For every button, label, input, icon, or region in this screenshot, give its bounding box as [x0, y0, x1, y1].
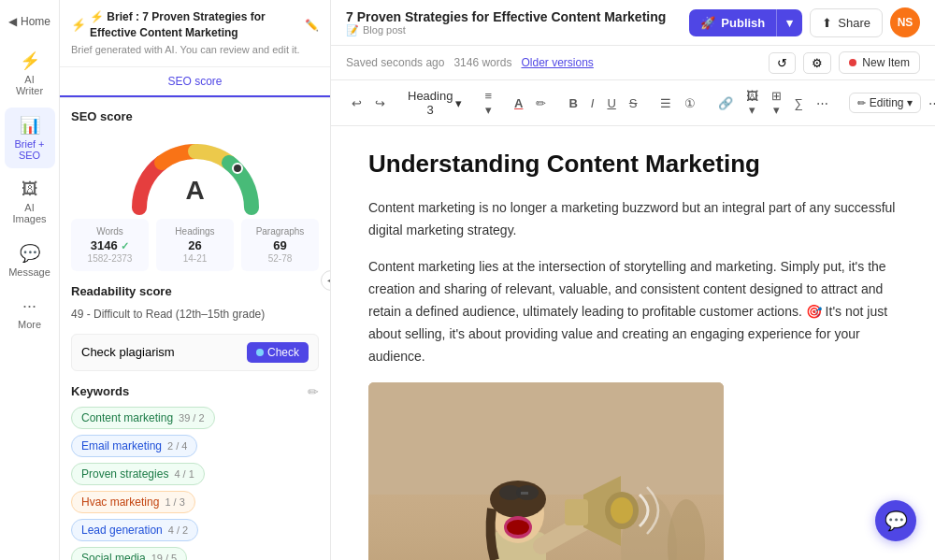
keyword-text: Hvac marketing — [81, 495, 159, 509]
chat-icon: 💬 — [885, 510, 908, 532]
keyword-count: 19 / 5 — [151, 553, 178, 560]
share-icon: ⬆ — [822, 16, 832, 30]
format-bar: ↩ ↪ Heading 3 ▾ ≡ ▾ A ✏ B I U S ☰ ① 🔗 🖼 … — [331, 80, 935, 126]
sidebar-item-label: Message — [8, 266, 50, 278]
document-title: 7 Proven Strategies for Effective Conten… — [346, 9, 666, 24]
publish-dropdown-arrow[interactable]: ▾ — [776, 9, 802, 36]
sidebar-nav: ◀ Home ⚡ AI Writer 📊 Brief + SEO 🖼 AI Im… — [0, 0, 60, 560]
gauge-grade: A — [185, 176, 204, 206]
new-item-button[interactable]: New Item — [839, 51, 920, 74]
check-label: Check — [267, 346, 299, 359]
share-button[interactable]: ⬆ Share — [810, 8, 883, 37]
readability-section: Readability score 49 - Difficult to Read… — [71, 284, 319, 321]
topbar-left: 7 Proven Strategies for Effective Conten… — [346, 9, 666, 36]
stat-words-range: 1582-2373 — [75, 253, 145, 264]
refresh-button[interactable]: ↺ — [769, 52, 796, 74]
panel-header-info: ⚡ ⚡ Brief : 7 Proven Strategies for Effe… — [71, 9, 319, 57]
keyword-text: Proven strategies — [81, 467, 168, 481]
underline-button[interactable]: U — [601, 93, 621, 114]
readability-value: 49 - Difficult to Read (12th–15th grade) — [71, 308, 319, 321]
highlight-button[interactable]: ✏ — [530, 93, 552, 114]
strikethrough-button[interactable]: S — [624, 93, 643, 114]
sidebar-item-more[interactable]: ··· More — [5, 289, 55, 337]
table-button[interactable]: ⊞ ▾ — [766, 85, 787, 121]
keywords-list: Content marketing 39 / 2 Email marketing… — [71, 407, 319, 560]
left-panel: ⚡ ⚡ Brief : 7 Proven Strategies for Effe… — [60, 0, 331, 560]
toolbar-overflow-button[interactable]: ⋯ — [923, 93, 935, 114]
image-button[interactable]: 🖼 ▾ — [741, 85, 764, 121]
gauge-container: A — [71, 133, 319, 208]
chat-bubble-button[interactable]: 💬 — [875, 500, 916, 541]
panel-content: SEO score A — [60, 98, 330, 560]
brief-title: ⚡ ⚡ Brief : 7 Proven Strategies for Effe… — [71, 9, 319, 41]
align-button[interactable]: ≡ ▾ — [479, 85, 497, 121]
redo-button[interactable]: ↪ — [369, 93, 391, 114]
template-icon: 📝 — [346, 24, 359, 36]
brief-edit-icon[interactable]: ✏️ — [305, 19, 319, 32]
content-heading-1: Understanding Content Marketing — [368, 149, 898, 180]
numbered-list-button[interactable]: ① — [679, 93, 701, 114]
sidebar-item-message[interactable]: 💬 Message — [5, 236, 55, 285]
older-versions-link[interactable]: Older versions — [521, 56, 593, 69]
user-avatar: NS — [890, 7, 920, 37]
sidebar-item-ai-writer[interactable]: ⚡ AI Writer — [5, 43, 55, 104]
sidebar-item-ai-images[interactable]: 🖼 AI Images — [5, 172, 55, 232]
keyword-count: 1 / 3 — [165, 496, 184, 508]
stat-paragraphs-label: Paragraphs — [245, 226, 315, 237]
publish-label: Publish — [721, 16, 765, 30]
keyword-text: Content marketing — [81, 411, 173, 424]
brief-title-text: ⚡ Brief : 7 Proven Strategies for Effect… — [90, 9, 301, 41]
list-item: Social media 19 / 5 — [71, 547, 187, 560]
topbar-right: 🚀 Publish ▾ ⬆ Share NS — [689, 7, 920, 37]
stat-paragraphs-value: 69 — [245, 238, 315, 252]
content-image-svg — [368, 382, 724, 560]
link-button[interactable]: 🔗 — [712, 93, 739, 114]
settings-button[interactable]: ⚙ — [803, 52, 831, 74]
italic-button[interactable]: I — [585, 93, 600, 114]
stat-words-value: 3146 ✓ — [75, 238, 145, 252]
publish-rocket-icon: 🚀 — [700, 16, 715, 30]
bold-button[interactable]: B — [563, 93, 583, 114]
readability-title: Readability score — [71, 284, 319, 298]
tab-seo-score[interactable]: SEO score — [60, 67, 330, 97]
formula-button[interactable]: ∑ — [789, 93, 809, 114]
heading-selector[interactable]: Heading 3 ▾ — [402, 86, 468, 120]
home-arrow-icon: ◀ — [8, 15, 17, 28]
list-item: Content marketing 39 / 2 — [71, 407, 215, 429]
editing-chevron-icon: ▾ — [907, 96, 913, 109]
list-item: Lead generation 4 / 2 — [71, 519, 198, 541]
sidebar-item-label: AI Writer — [10, 74, 50, 96]
brief-subtitle: Brief generated with AI. You can review … — [71, 43, 319, 57]
word-count: 3146 words — [453, 56, 511, 69]
home-label: Home — [21, 15, 50, 28]
svg-rect-14 — [565, 499, 588, 525]
new-item-label: New Item — [862, 56, 910, 69]
svg-point-13 — [507, 520, 529, 535]
keyword-count: 39 / 2 — [179, 412, 205, 424]
check-plagiarism-button[interactable]: Check — [247, 342, 309, 363]
plagiarism-label: Check plagiarism — [81, 345, 175, 359]
svg-point-8 — [490, 481, 546, 518]
text-color-button[interactable]: A — [509, 93, 528, 114]
editing-mode-button[interactable]: ✏ Editing ▾ — [849, 93, 922, 113]
editor-content[interactable]: Understanding Content Marketing Content … — [331, 126, 935, 560]
keyword-text: Lead generation — [81, 524, 163, 537]
stat-headings-range: 14-21 — [160, 253, 230, 264]
stat-paragraphs: Paragraphs 69 52-78 — [241, 219, 319, 271]
saved-text: Saved seconds ago — [346, 56, 444, 69]
undo-button[interactable]: ↩ — [346, 93, 367, 114]
share-label: Share — [838, 16, 870, 30]
publish-button[interactable]: 🚀 Publish ▾ — [689, 9, 802, 36]
heading-label: Heading 3 — [408, 89, 453, 117]
panel-tabs: SEO score — [60, 67, 330, 98]
home-button[interactable]: ◀ Home — [5, 9, 55, 34]
sidebar-item-brief-seo[interactable]: 📊 Brief + SEO — [5, 108, 55, 168]
keyword-text: Email marketing — [81, 439, 162, 452]
svg-point-0 — [233, 164, 242, 173]
sidebar-item-label: AI Images — [10, 202, 50, 224]
keyword-text: Social media — [81, 552, 146, 560]
bullet-list-button[interactable]: ☰ — [654, 93, 677, 114]
more-icon: ··· — [22, 296, 36, 316]
keywords-edit-button[interactable]: ✏ — [308, 384, 319, 399]
more-options-button[interactable]: ⋯ — [811, 93, 834, 114]
